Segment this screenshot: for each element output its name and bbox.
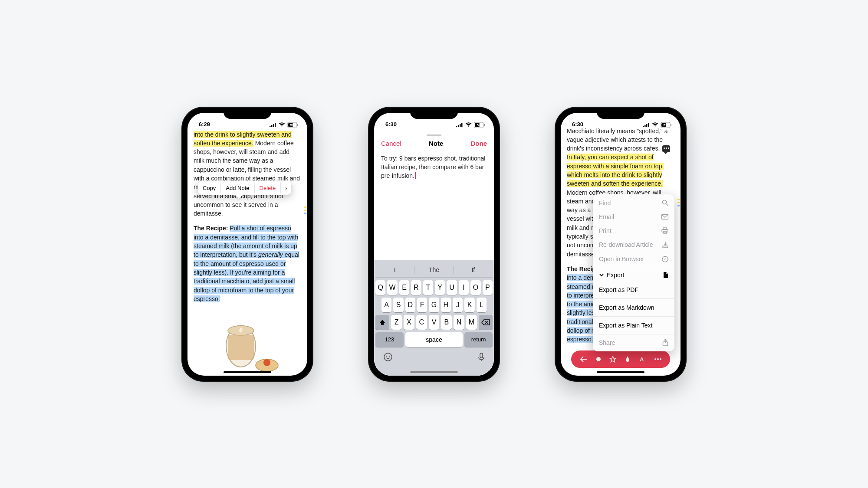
screen-1: 6:29 58 into the drink to slightly sweet… — [187, 113, 307, 376]
menu-export-markdown[interactable]: Export as Markdown — [593, 300, 674, 315]
numeric-key[interactable]: 123 — [375, 332, 404, 347]
article-paragraph[interactable]: into the drink to slightly sweeten and s… — [194, 130, 301, 218]
dot-icon[interactable] — [596, 357, 601, 362]
svg-text:A: A — [640, 356, 644, 362]
svg-point-23 — [389, 355, 390, 356]
key-y[interactable]: Y — [435, 280, 445, 295]
key-k[interactable]: K — [464, 298, 474, 312]
status-indicators: 58 — [270, 122, 299, 128]
key-q[interactable]: Q — [375, 280, 385, 295]
more-icon[interactable] — [654, 358, 662, 360]
key-row-4: 123 space return — [375, 332, 493, 347]
article-text[interactable]: Modern coffee shops, however, will steam… — [194, 140, 300, 217]
key-o[interactable]: O — [470, 280, 480, 295]
key-w[interactable]: W — [387, 280, 397, 295]
copy-button[interactable]: Copy — [198, 181, 220, 195]
printer-icon — [661, 227, 668, 234]
menu-redownload[interactable]: Re-download Article — [593, 238, 674, 252]
mail-icon — [661, 214, 668, 219]
highlight-icon[interactable] — [625, 356, 631, 363]
svg-rect-28 — [648, 123, 649, 127]
menu-share[interactable]: Share — [593, 335, 674, 350]
search-icon — [662, 200, 668, 206]
key-l[interactable]: L — [477, 298, 487, 312]
key-p[interactable]: P — [483, 280, 493, 295]
note-text: To try: 9 bars espresso shot, traditiona… — [381, 155, 485, 180]
wifi-icon — [652, 122, 658, 127]
phone-1: 6:29 58 into the drink to slightly sweet… — [182, 108, 312, 381]
recipe-label[interactable]: The Recipe: — [194, 225, 230, 232]
text-cursor — [415, 172, 416, 179]
menu-open-browser[interactable]: Open in Browser — [593, 252, 674, 266]
home-indicator[interactable] — [597, 371, 644, 373]
menu-export[interactable]: Export — [593, 268, 674, 282]
menu-export-plain-text[interactable]: Export as Plain Text — [593, 318, 674, 333]
key-f[interactable]: F — [417, 298, 427, 312]
svg-point-21 — [384, 353, 392, 361]
suggestion-1[interactable]: I — [375, 266, 414, 273]
key-m[interactable]: M — [466, 315, 477, 330]
key-x[interactable]: X — [404, 315, 414, 330]
svg-rect-13 — [456, 126, 457, 127]
svg-rect-15 — [460, 124, 461, 127]
return-key[interactable]: return — [464, 332, 493, 347]
backspace-key[interactable] — [479, 315, 493, 330]
key-e[interactable]: E — [399, 280, 409, 295]
compass-icon — [662, 256, 668, 262]
key-j[interactable]: J — [453, 298, 463, 312]
key-h[interactable]: H — [441, 298, 451, 312]
key-i[interactable]: I — [459, 280, 469, 295]
back-icon[interactable] — [580, 356, 588, 362]
dictation-key-icon[interactable] — [478, 352, 485, 364]
text-style-icon[interactable]: A — [639, 356, 646, 362]
notch — [224, 108, 271, 119]
menu-find[interactable]: Find — [593, 196, 674, 210]
emoji-key-icon[interactable] — [383, 352, 393, 364]
key-d[interactable]: D — [405, 298, 415, 312]
suggestion-2[interactable]: The — [414, 266, 453, 273]
key-n[interactable]: N — [454, 315, 464, 330]
highlight-blue[interactable]: equal to the amount of espresso used or … — [194, 251, 299, 302]
cancel-button[interactable]: Cancel — [381, 140, 401, 147]
svg-text:58: 58 — [290, 123, 294, 127]
svg-point-42 — [596, 357, 601, 361]
key-b[interactable]: B — [441, 315, 452, 330]
key-a[interactable]: A — [381, 298, 391, 312]
keyboard-bottom-row — [375, 350, 493, 364]
article-text[interactable]: Macchiato literally means "spotted," a v… — [567, 128, 668, 152]
key-s[interactable]: S — [393, 298, 403, 312]
star-icon[interactable] — [609, 356, 616, 363]
menu-email[interactable]: Email — [593, 210, 674, 224]
svg-rect-0 — [270, 126, 271, 127]
delete-button[interactable]: Delete — [255, 181, 281, 195]
svg-line-34 — [666, 204, 668, 206]
shift-key[interactable] — [375, 315, 389, 330]
article-content[interactable]: into the drink to slightly sweeten and s… — [187, 128, 307, 304]
suggestion-3[interactable]: If — [454, 266, 493, 273]
key-c[interactable]: C — [416, 315, 427, 330]
status-time: 6:30 — [385, 121, 397, 128]
key-u[interactable]: U — [447, 280, 457, 295]
annotation-badge-icon[interactable] — [662, 145, 670, 152]
svg-point-45 — [657, 358, 659, 360]
key-g[interactable]: G — [429, 298, 439, 312]
space-key[interactable]: space — [405, 332, 463, 347]
wifi-icon — [279, 122, 285, 127]
menu-label: Print — [599, 227, 612, 234]
highlight-yellow[interactable]: In Italy, you can expect a shot of espre… — [567, 154, 664, 187]
key-z[interactable]: Z — [391, 315, 402, 330]
add-note-button[interactable]: Add Note — [221, 181, 254, 195]
key-r[interactable]: R — [411, 280, 421, 295]
highlight-blue-italic[interactable]: generally — [258, 251, 283, 258]
file-icon — [663, 272, 668, 278]
home-indicator[interactable] — [410, 371, 458, 373]
home-indicator[interactable] — [224, 371, 271, 373]
menu-export-pdf[interactable]: Export as PDF — [593, 282, 674, 298]
key-t[interactable]: T — [423, 280, 433, 295]
menu-print[interactable]: Print — [593, 224, 674, 238]
done-button[interactable]: Done — [470, 140, 487, 147]
article-paragraph[interactable]: The Recipe: Pull a shot of espresso into… — [194, 224, 301, 303]
more-chevron-icon[interactable]: › — [281, 181, 291, 195]
key-v[interactable]: V — [429, 315, 440, 330]
svg-rect-19 — [484, 124, 485, 126]
